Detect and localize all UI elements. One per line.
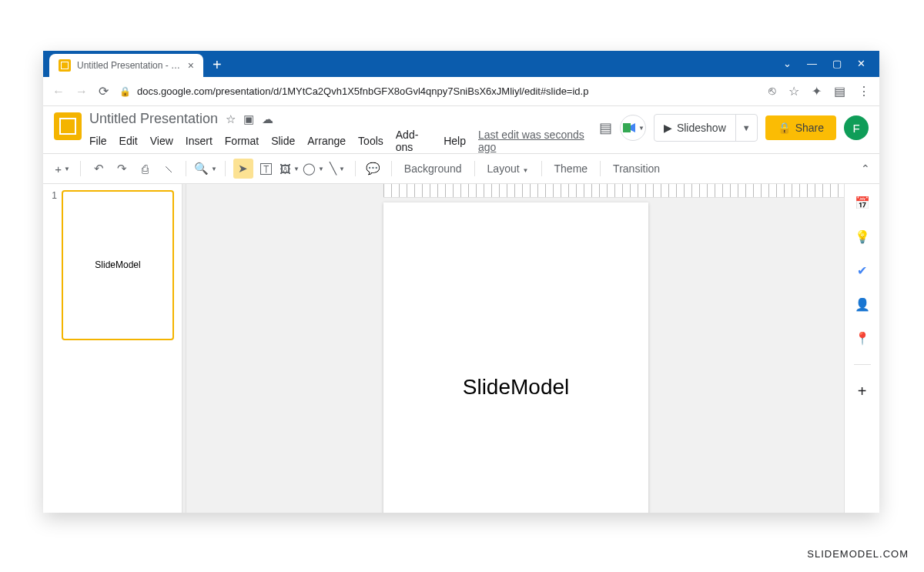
- select-tool[interactable]: ➤: [233, 159, 253, 179]
- paint-format-button[interactable]: ⟍: [158, 159, 178, 179]
- side-panel-rail: 📅 💡 ✔ 👤 📍 +: [844, 184, 879, 513]
- share-button[interactable]: 🔒 Share: [765, 115, 836, 140]
- menu-bar: File Edit View Insert Format Slide Arran…: [89, 129, 591, 153]
- slide-canvas[interactable]: SlideModel: [383, 202, 648, 513]
- horizontal-ruler: [383, 184, 844, 198]
- maximize-icon[interactable]: ▢: [832, 58, 842, 69]
- minimize-icon[interactable]: —: [807, 58, 817, 69]
- toolbar: + ↶ ↷ ⎙ ⟍ 🔍 ➤ 🅃 🖼 ◯ ╲ 💬 Background Layou…: [43, 153, 879, 184]
- comments-icon[interactable]: ▤: [599, 119, 612, 136]
- account-avatar[interactable]: F: [844, 115, 869, 140]
- tasks-icon[interactable]: ✔: [855, 263, 870, 278]
- zoom-button[interactable]: 🔍: [194, 159, 217, 179]
- star-icon[interactable]: ☆: [788, 84, 799, 99]
- redo-button[interactable]: ↷: [112, 159, 132, 179]
- more-icon[interactable]: ⋮: [858, 84, 870, 99]
- doc-title[interactable]: Untitled Presentation: [89, 111, 218, 127]
- present-icon: ▶: [664, 122, 672, 134]
- undo-button[interactable]: ↶: [89, 159, 109, 179]
- url-bar: ← → ⟳ 🔒 docs.google.com/presentation/d/1…: [43, 77, 879, 106]
- maps-icon[interactable]: 📍: [855, 330, 870, 346]
- url-field[interactable]: 🔒 docs.google.com/presentation/d/1MYtCa2…: [119, 85, 758, 97]
- add-addon-icon[interactable]: +: [855, 383, 870, 399]
- move-folder-icon[interactable]: ▣: [243, 112, 254, 126]
- collapse-toolbar-icon[interactable]: ⌃: [861, 162, 870, 175]
- meet-button[interactable]: ▼: [620, 115, 646, 141]
- image-tool[interactable]: 🖼: [280, 159, 300, 179]
- window-titlebar: Untitled Presentation - Google S × + ⌄ —…: [43, 51, 879, 77]
- slideshow-label: Slideshow: [677, 122, 726, 134]
- slides-favicon: [59, 59, 71, 72]
- svg-rect-0: [623, 123, 631, 132]
- menu-edit[interactable]: Edit: [119, 135, 138, 147]
- svg-marker-1: [631, 123, 635, 132]
- keep-icon[interactable]: 💡: [855, 229, 870, 244]
- chevron-down-icon[interactable]: ⌄: [783, 58, 792, 69]
- thumb-text: SlideModel: [95, 259, 140, 270]
- background-button[interactable]: Background: [400, 162, 467, 175]
- theme-button[interactable]: Theme: [550, 162, 593, 175]
- share-label: Share: [795, 122, 824, 134]
- cloud-saved-icon[interactable]: ☁: [262, 112, 273, 126]
- reload-icon[interactable]: ⟳: [99, 84, 109, 99]
- close-tab-icon[interactable]: ×: [188, 59, 194, 72]
- last-edit-link[interactable]: Last edit was seconds ago: [478, 129, 591, 153]
- close-window-icon[interactable]: ✕: [857, 58, 865, 69]
- menu-file[interactable]: File: [89, 135, 107, 147]
- contacts-icon[interactable]: 👤: [855, 296, 870, 312]
- layout-button[interactable]: Layout: [483, 162, 534, 175]
- slides-logo[interactable]: [54, 112, 82, 140]
- extensions-icon[interactable]: ✦: [812, 84, 822, 99]
- slideshow-button[interactable]: ▶ Slideshow ▼: [654, 114, 758, 142]
- menu-format[interactable]: Format: [225, 135, 259, 147]
- menu-addons[interactable]: Add-ons: [396, 129, 431, 153]
- meet-icon: [621, 120, 637, 135]
- slide-thumbnail-row[interactable]: 1 SlideModel: [46, 190, 179, 340]
- app-header: Untitled Presentation ☆ ▣ ☁ File Edit Vi…: [43, 106, 879, 153]
- menu-slide[interactable]: Slide: [271, 135, 295, 147]
- new-tab-button[interactable]: +: [213, 56, 222, 74]
- watermark: SLIDEMODEL.COM: [807, 548, 909, 560]
- back-icon[interactable]: ←: [52, 85, 65, 99]
- forward-icon[interactable]: →: [75, 85, 88, 99]
- menu-help[interactable]: Help: [444, 135, 466, 147]
- canvas-text: SlideModel: [463, 375, 570, 400]
- slideshow-dropdown[interactable]: ▼: [736, 123, 757, 132]
- menu-insert[interactable]: Insert: [186, 135, 213, 147]
- star-outline-icon[interactable]: ☆: [226, 112, 236, 126]
- work-area: 1 SlideModel SlideModel 📅 💡 ✔ 👤 📍 +: [43, 184, 879, 513]
- slide-number: 1: [46, 190, 62, 340]
- calendar-icon[interactable]: 📅: [855, 195, 870, 210]
- slide-panel: 1 SlideModel: [43, 184, 182, 513]
- reading-list-icon[interactable]: ▤: [834, 84, 845, 99]
- rail-separator: [854, 364, 871, 365]
- url-text: docs.google.com/presentation/d/1MYtCa2Qv…: [137, 85, 588, 97]
- window-controls: ⌄ — ▢ ✕: [783, 58, 879, 77]
- line-tool[interactable]: ╲: [327, 159, 347, 179]
- new-slide-button[interactable]: +: [52, 159, 72, 179]
- menu-view[interactable]: View: [150, 135, 173, 147]
- lock-icon: 🔒: [119, 86, 131, 97]
- browser-tab[interactable]: Untitled Presentation - Google S ×: [49, 54, 203, 77]
- slide-thumbnail[interactable]: SlideModel: [62, 190, 174, 340]
- lock-icon-small: 🔒: [778, 122, 791, 134]
- browser-window: Untitled Presentation - Google S × + ⌄ —…: [43, 51, 879, 513]
- share-url-icon[interactable]: ⎋: [768, 84, 776, 99]
- print-button[interactable]: ⎙: [135, 159, 155, 179]
- tab-title: Untitled Presentation - Google S: [77, 60, 183, 71]
- textbox-tool[interactable]: 🅃: [256, 159, 276, 179]
- menu-arrange[interactable]: Arrange: [307, 135, 346, 147]
- avatar-initial: F: [852, 122, 859, 135]
- comment-button[interactable]: 💬: [363, 159, 383, 179]
- transition-button[interactable]: Transition: [608, 162, 665, 175]
- menu-tools[interactable]: Tools: [358, 135, 383, 147]
- canvas-area[interactable]: SlideModel: [186, 184, 844, 513]
- shape-tool[interactable]: ◯: [303, 159, 324, 179]
